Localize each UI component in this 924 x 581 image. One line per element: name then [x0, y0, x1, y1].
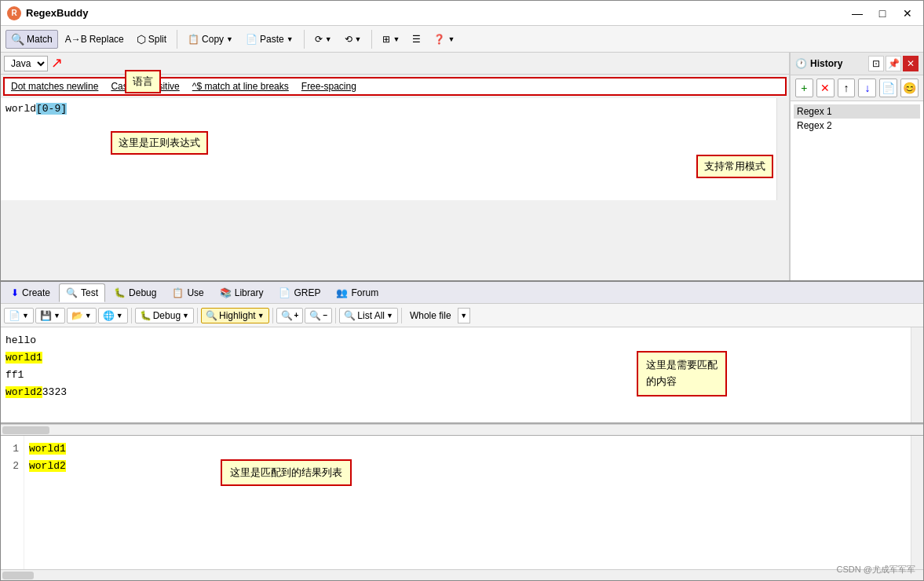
- history-page-button[interactable]: 📄: [879, 79, 897, 97]
- grid-icon: ⊞: [382, 34, 390, 45]
- test-input-area[interactable]: hello world1 ff1 world23323: [1, 327, 911, 422]
- tab-forum[interactable]: 👥 Forum: [329, 283, 385, 302]
- test-open-button[interactable]: 📂 ▼: [67, 308, 97, 323]
- results-hscrollbar[interactable]: [1, 569, 923, 580]
- history-close-button[interactable]: ✕: [903, 56, 919, 71]
- results-line-numbers: 1 2: [1, 436, 24, 569]
- tab-grep[interactable]: 📄 GREP: [272, 283, 327, 302]
- tab-library[interactable]: 📚 Library: [213, 283, 271, 302]
- match-label: Match: [27, 34, 53, 45]
- tab-test[interactable]: 🔍 Test: [59, 283, 105, 302]
- test-debug-button[interactable]: 🐛 Debug ▼: [135, 308, 194, 323]
- regex-scrollbar[interactable]: [776, 98, 789, 200]
- test-save-dropdown: ▼: [53, 312, 60, 320]
- close-button[interactable]: ✕: [898, 4, 917, 23]
- tab-debug-label: Debug: [129, 287, 156, 298]
- history-up-button[interactable]: ↑: [838, 79, 856, 97]
- options-bar: Dot matches newline Case insensitive ^$ …: [3, 77, 787, 96]
- watermark: CSDN @尤成军军军: [837, 564, 915, 576]
- test-new-button[interactable]: 📄 ▼: [4, 308, 34, 323]
- undo-icon: ⟳: [315, 34, 323, 45]
- minimize-button[interactable]: —: [848, 4, 867, 23]
- grid-view-button[interactable]: ⊞ ▼: [377, 31, 405, 48]
- list-icon: ☰: [412, 34, 421, 45]
- match-tab-button[interactable]: 🔍 Match: [5, 30, 58, 49]
- history-item-1[interactable]: Regex 1: [794, 104, 920, 119]
- regex-highlighted-text: [0-9]: [36, 103, 67, 115]
- library-icon: 📚: [220, 287, 232, 298]
- free-spacing-option[interactable]: Free-spacing: [301, 81, 356, 92]
- zoom-in-button[interactable]: 🔍 +: [276, 308, 304, 323]
- test-open-dropdown: ▼: [85, 312, 92, 320]
- dot-matches-option[interactable]: Dot matches newline: [11, 81, 98, 92]
- history-pin-button[interactable]: 📌: [886, 56, 901, 71]
- help-button[interactable]: ❓ ▼: [428, 31, 460, 48]
- tab-library-label: Library: [235, 287, 264, 298]
- regex-annotation: 这里是正则表达式: [111, 131, 208, 155]
- test-sep-3: [272, 308, 273, 323]
- redo-dropdown-icon: ▼: [355, 35, 362, 43]
- test-save-button[interactable]: 💾 ▼: [35, 308, 65, 323]
- test-web-dropdown: ▼: [116, 312, 123, 320]
- results-values: world1 world2: [24, 436, 911, 569]
- app-title: RegexBuddy: [26, 7, 88, 19]
- history-add-button[interactable]: +: [795, 79, 813, 97]
- test-line-4: world23323: [5, 384, 906, 401]
- tab-use[interactable]: 📋 Use: [165, 283, 210, 302]
- test-sep-2: [197, 308, 198, 323]
- test-line-2: world1: [5, 349, 906, 367]
- tab-create[interactable]: ⬇ Create: [4, 283, 57, 302]
- toolbar-separator-2: [304, 30, 305, 49]
- test-open-icon: 📂: [71, 310, 83, 321]
- highlight-button[interactable]: 🔍 Highlight ▼: [201, 308, 269, 323]
- paste-icon: 📄: [246, 34, 257, 45]
- app-logo: R: [7, 6, 21, 20]
- copy-label: Copy: [202, 34, 224, 45]
- split-button[interactable]: ⬡ Split: [131, 30, 172, 49]
- tab-debug[interactable]: 🐛 Debug: [107, 283, 163, 302]
- results-annotation-text: 这里是匹配到的结果列表: [230, 466, 342, 478]
- replace-icon: A→B: [65, 34, 87, 45]
- test-debug-label: Debug: [153, 310, 181, 321]
- regex-text-plain: world: [5, 103, 36, 115]
- title-bar-left: R RegexBuddy: [7, 6, 88, 20]
- results-vscrollbar[interactable]: [911, 436, 923, 569]
- content-annotation-text: 这里是需要匹配的内容: [646, 359, 718, 387]
- help-icon: ❓: [433, 34, 445, 45]
- test-sep-1: [131, 308, 132, 323]
- whole-file-label: Whole file: [405, 309, 456, 323]
- upper-content: Java ↙ Dot matches newline Case insensit…: [1, 53, 923, 280]
- history-face-button[interactable]: 😊: [900, 79, 919, 97]
- test-vscrollbar[interactable]: [911, 327, 923, 422]
- copy-button[interactable]: 📋 Copy ▼: [182, 31, 239, 48]
- zoom-out-button[interactable]: 🔍 −: [305, 308, 332, 323]
- language-select[interactable]: Java: [4, 56, 48, 71]
- redo-button[interactable]: ⟲ ▼: [339, 31, 367, 48]
- list-all-label: List All: [357, 310, 385, 321]
- test-hscrollbar[interactable]: [1, 424, 923, 435]
- history-restore-button[interactable]: ⊡: [868, 56, 884, 71]
- test-web-icon: 🌐: [103, 310, 115, 321]
- paste-button[interactable]: 📄 Paste ▼: [240, 31, 299, 48]
- list-all-button[interactable]: 🔍 List All ▼: [339, 308, 398, 323]
- replace-button[interactable]: A→B Replace: [60, 31, 130, 48]
- whole-file-dropdown[interactable]: ▼: [458, 308, 470, 323]
- multiline-option[interactable]: ^$ match at line breaks: [192, 81, 289, 92]
- history-toolbar: + ✕ ↑ ↓ 📄 😊: [791, 75, 923, 101]
- result-item-1: world1: [29, 440, 906, 458]
- result-num-1: 1: [1, 440, 19, 458]
- undo-button[interactable]: ⟳ ▼: [309, 31, 338, 48]
- test-web-button[interactable]: 🌐 ▼: [98, 308, 128, 323]
- results-section: 1 2 world1 world2: [1, 435, 923, 580]
- history-item-2[interactable]: Regex 2: [794, 119, 920, 133]
- content-annotation: 这里是需要匹配的内容: [637, 351, 727, 396]
- match-icon: 🔍: [11, 33, 24, 46]
- history-delete-button[interactable]: ✕: [816, 79, 835, 97]
- lang-arrow-icon: ↙: [51, 55, 63, 72]
- history-down-button[interactable]: ↓: [858, 79, 876, 97]
- history-header: 🕐 History ⊡ 📌 ✕: [791, 53, 923, 75]
- maximize-button[interactable]: □: [873, 4, 892, 23]
- test-match-1: world1: [5, 352, 42, 364]
- list-view-button[interactable]: ☰: [407, 31, 426, 48]
- test-sep-5: [401, 308, 402, 323]
